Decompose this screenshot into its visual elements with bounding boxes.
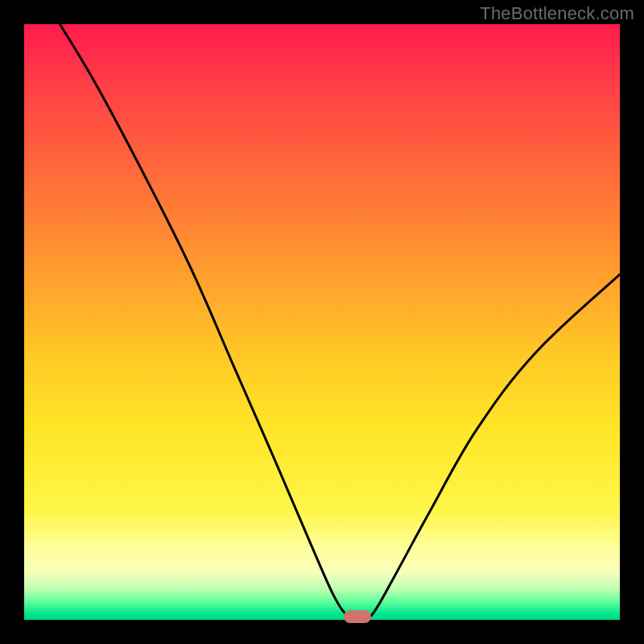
attribution-label: TheBottleneck.com <box>480 3 634 24</box>
bottleneck-curve <box>60 24 620 620</box>
optimal-marker <box>344 610 371 623</box>
plot-area <box>24 24 620 620</box>
curve-svg <box>24 24 620 620</box>
chart-frame: TheBottleneck.com <box>0 0 644 644</box>
